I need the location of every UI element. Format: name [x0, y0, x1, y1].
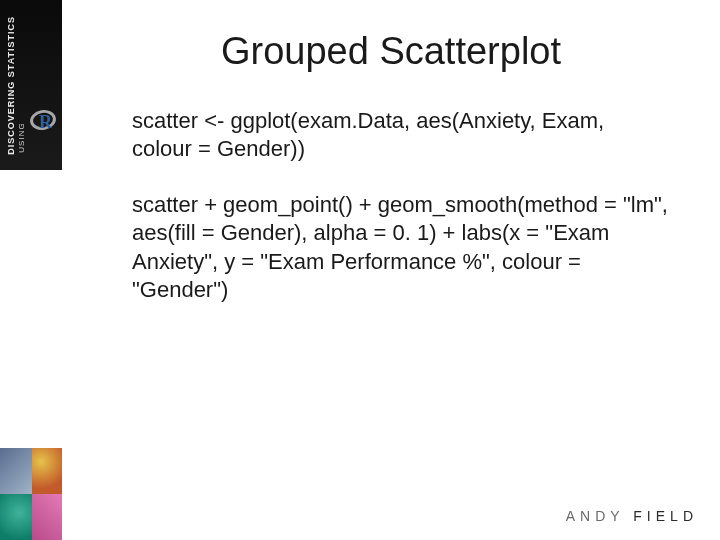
author-first: ANDY: [566, 508, 625, 524]
spine-line1: DISCOVERING STATISTICS: [6, 16, 16, 155]
code-block-2: scatter + geom_point() + geom_smooth(met…: [132, 191, 670, 304]
spine-text: DISCOVERING STATISTICS USING: [6, 6, 26, 164]
code-block-1: scatter <- ggplot(exam.Data, aes(Anxiety…: [132, 107, 670, 163]
r-letter: R: [39, 112, 52, 133]
spine-line2: USING: [17, 16, 27, 153]
sidebar-spacer: [0, 170, 62, 455]
art-tile: [0, 494, 32, 540]
r-logo-icon: R: [30, 108, 58, 136]
slide-title: Grouped Scatterplot: [112, 30, 670, 73]
slide-content: Grouped Scatterplot scatter <- ggplot(ex…: [62, 0, 720, 540]
art-tile: [0, 448, 32, 494]
book-spine: DISCOVERING STATISTICS USING R: [0, 0, 62, 170]
decorative-art: [0, 448, 62, 540]
author-last: FIELD: [633, 508, 698, 524]
art-tile: [32, 448, 62, 494]
author-name: ANDY FIELD: [566, 508, 698, 524]
sidebar: DISCOVERING STATISTICS USING R: [0, 0, 62, 540]
art-tile: [32, 494, 62, 540]
